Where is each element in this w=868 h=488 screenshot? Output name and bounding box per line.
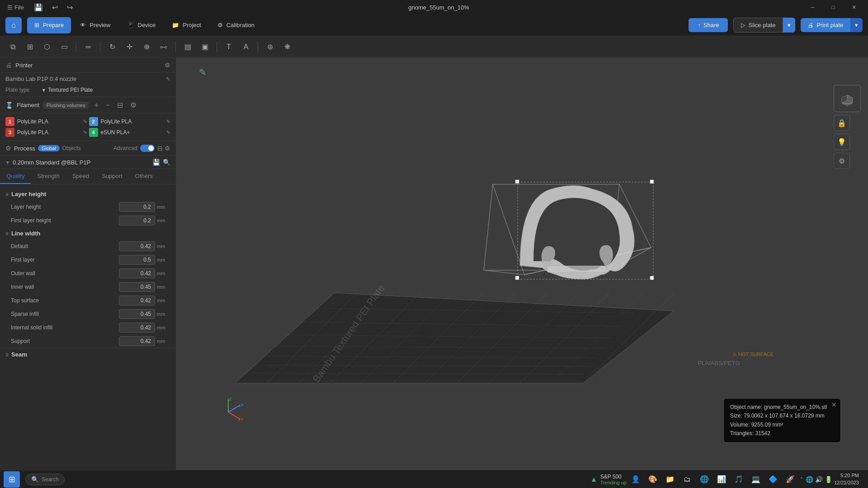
tb-mesh-icon[interactable]: ❋: [280, 40, 294, 54]
maximize-button[interactable]: □: [823, 0, 844, 14]
taskbar-app-6[interactable]: 📊: [714, 472, 729, 487]
start-button[interactable]: ⊞: [4, 471, 20, 488]
tb-move-icon[interactable]: ✛: [122, 40, 137, 54]
first-layer-input[interactable]: [119, 255, 155, 265]
first-layer-height-input[interactable]: [119, 216, 155, 225]
tb-rect-icon[interactable]: ▭: [57, 40, 71, 54]
svg-text:⚠ HOT SURFACE: ⚠ HOT SURFACE: [732, 352, 774, 357]
stock-trend: Trending up: [600, 480, 627, 485]
taskbar-app-4[interactable]: 🗂: [680, 472, 694, 487]
default-input[interactable]: [119, 241, 155, 251]
edit-viewport-icon[interactable]: ✎: [199, 67, 207, 78]
taskbar-app-10[interactable]: 🚀: [783, 472, 797, 487]
tag-objects[interactable]: Objects: [62, 145, 81, 151]
axis-indicator: X Y Z: [212, 396, 244, 429]
tag-global[interactable]: Global: [38, 145, 60, 151]
line-width-group-header[interactable]: ≡ Line width: [0, 227, 176, 239]
printer-gear-icon[interactable]: ⚙: [165, 61, 170, 69]
advanced-toggle[interactable]: [140, 145, 155, 152]
filament-edit-3[interactable]: ✎: [83, 130, 87, 136]
tab-strength[interactable]: Strength: [31, 169, 66, 184]
taskbar-app-9[interactable]: 🔷: [766, 472, 780, 487]
network-icon[interactable]: 🌐: [806, 476, 813, 483]
plate-type-value[interactable]: ▼ Textured PEI Plate: [42, 87, 93, 93]
tab-quality[interactable]: Quality: [0, 169, 31, 184]
nav-device[interactable]: 📱 Device: [120, 17, 163, 33]
taskbar-app-3[interactable]: 📁: [663, 472, 677, 487]
tb-text-icon[interactable]: T: [222, 40, 236, 54]
filament-copy-button[interactable]: ⊟: [115, 101, 125, 109]
battery-icon[interactable]: 🔋: [825, 476, 832, 483]
lock-icon[interactable]: 🔒: [834, 115, 850, 131]
settings-view-icon[interactable]: ⚙: [834, 153, 850, 169]
nav-project[interactable]: 📁 Project: [165, 17, 208, 33]
print-plate-button[interactable]: 🖨 Print plate: [801, 18, 850, 32]
close-button[interactable]: ✕: [844, 0, 864, 14]
tray-expand-icon[interactable]: ⌃: [799, 476, 804, 483]
tb-rotate-icon[interactable]: ↻: [105, 40, 119, 54]
slice-plate-arrow[interactable]: ▾: [783, 18, 795, 33]
file-menu-label[interactable]: File: [14, 4, 24, 11]
tb-hex-icon[interactable]: ⬡: [40, 40, 54, 54]
internal-solid-infill-input[interactable]: [119, 323, 155, 333]
save-icon[interactable]: 💾: [31, 2, 46, 13]
taskbar-app-1[interactable]: 👤: [628, 472, 643, 487]
taskbar-app-2[interactable]: 🎨: [646, 472, 660, 487]
slice-plate-button[interactable]: ▷ Slice plate: [733, 18, 783, 33]
tb-support-icon[interactable]: ⊛: [263, 40, 277, 54]
share-button[interactable]: ↑ Share: [689, 18, 728, 32]
print-plate-arrow[interactable]: ▾: [850, 18, 863, 32]
filament-edit-4[interactable]: ✎: [166, 130, 170, 136]
inner-wall-input[interactable]: [119, 282, 155, 292]
tb-line-icon[interactable]: ═: [81, 40, 95, 54]
printer-edit-icon[interactable]: ✎: [166, 76, 170, 82]
redo-icon[interactable]: ↪: [64, 2, 75, 13]
taskbar-search[interactable]: 🔍 Search: [25, 474, 65, 485]
tab-support[interactable]: Support: [95, 169, 129, 184]
minimize-button[interactable]: ─: [802, 0, 823, 14]
taskbar-app-5[interactable]: 🌐: [697, 472, 712, 487]
nav-preview[interactable]: 👁 Preview: [73, 17, 118, 33]
support-input[interactable]: [119, 336, 155, 346]
top-surface-input[interactable]: [119, 296, 155, 305]
outer-wall-input[interactable]: [119, 268, 155, 278]
sparse-infill-input[interactable]: [119, 309, 155, 319]
tb-grid-icon[interactable]: ⊞: [23, 40, 37, 54]
tab-speed[interactable]: Speed: [66, 169, 96, 184]
tb-view-icon[interactable]: ▣: [198, 40, 212, 54]
taskbar-app-7[interactable]: 🎵: [731, 472, 746, 487]
profile-save-icon[interactable]: 💾: [152, 159, 160, 166]
tb-layers-icon[interactable]: ▤: [180, 40, 195, 54]
process-settings-icon[interactable]: ⚙: [165, 145, 170, 152]
taskbar-app-8[interactable]: 💻: [749, 472, 763, 487]
home-button[interactable]: ⌂: [5, 17, 22, 33]
undo-icon[interactable]: ↩: [49, 2, 61, 13]
top-surface-row: Top surface mm: [0, 294, 176, 307]
layer-height-group-header[interactable]: ≡ Layer height: [0, 188, 176, 200]
tb-scale-icon[interactable]: ⊕: [139, 40, 154, 54]
profile-collapse-icon[interactable]: ▼: [5, 160, 10, 165]
nav-calibration[interactable]: ⚙ Calibration: [210, 17, 262, 33]
filament-remove-button[interactable]: −: [104, 101, 112, 109]
process-copy-icon[interactable]: ⊟: [157, 145, 163, 152]
light-icon[interactable]: 💡: [834, 134, 850, 150]
profile-search-icon[interactable]: 🔍: [163, 159, 170, 166]
nav-prepare[interactable]: ⊞ Prepare: [27, 17, 71, 33]
seam-group-header[interactable]: ≡ Seam: [0, 348, 176, 361]
filament-settings-button[interactable]: ⚙: [128, 101, 138, 109]
settings-scroll[interactable]: ≡ Layer height Layer height mm First lay…: [0, 184, 176, 470]
layer-height-input[interactable]: [119, 202, 155, 212]
flushing-volumes-button[interactable]: Flushing volumes: [43, 102, 89, 109]
filament-edit-1[interactable]: ✎: [83, 119, 87, 125]
obj-info-close-button[interactable]: ✕: [831, 401, 837, 408]
tb-cube-icon[interactable]: ⧉: [5, 40, 20, 54]
view-cube-icon[interactable]: FRONT: [834, 85, 861, 112]
volume-icon[interactable]: 🔊: [815, 476, 823, 483]
filament-add-button[interactable]: +: [92, 101, 100, 109]
filament-edit-2[interactable]: ✎: [166, 119, 170, 125]
menu-button[interactable]: ☰ File: [4, 2, 28, 13]
viewport[interactable]: Bambu Textured PEI Plate: [176, 58, 868, 470]
tb-auto-icon[interactable]: A: [239, 40, 253, 54]
tab-others[interactable]: Others: [129, 169, 159, 184]
tb-mirror-icon[interactable]: ⧟: [156, 40, 171, 54]
